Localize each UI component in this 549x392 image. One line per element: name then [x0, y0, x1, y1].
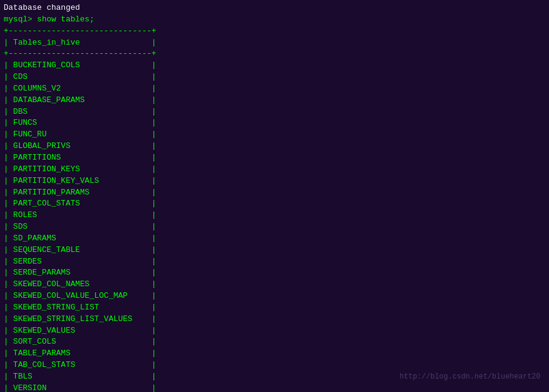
terminal-line: | DBS | [4, 106, 545, 118]
terminal-line: +------------------------------+ [4, 26, 545, 37]
terminal-line: mysql> show tables; [4, 14, 545, 26]
terminal-line: | TAB_COL_STATS | [4, 360, 545, 371]
terminal-line: | TABLE_PARAMS | [4, 348, 545, 360]
terminal-line: | SORT_COLS | [4, 336, 545, 348]
terminal-line: | FUNCS | [4, 117, 545, 129]
terminal-line: | PARTITION_KEY_VALS | [4, 176, 545, 187]
terminal-line: | CDS | [4, 72, 545, 83]
terminal-line: | PARTITIONS | [4, 152, 545, 164]
terminal-line: | SKEWED_COL_NAMES | [4, 279, 545, 290]
terminal-line: | SKEWED_COL_VALUE_LOC_MAP | [4, 290, 545, 302]
terminal-window: Database changedmysql> show tables;+----… [4, 2, 545, 390]
terminal-line: | SD_PARAMS | [4, 233, 545, 245]
terminal-line: | SDS | [4, 221, 545, 233]
terminal-line: +------------------------------+ [4, 48, 545, 60]
terminal-line: | SERDES | [4, 256, 545, 268]
terminal-line: | VERSION | [4, 383, 545, 392]
terminal-line: | SKEWED_VALUES | [4, 325, 545, 337]
terminal-line: | SKEWED_STRING_LIST | [4, 302, 545, 314]
terminal-line: | SKEWED_STRING_LIST_VALUES | [4, 314, 545, 325]
terminal-line: | PARTITION_PARAMS | [4, 187, 545, 199]
terminal-line: | PARTITION_KEYS | [4, 164, 545, 176]
watermark: http://blog.csdn.net/blueheart20 [400, 372, 540, 381]
terminal-content: Database changedmysql> show tables;+----… [4, 2, 545, 392]
terminal-line: | DATABASE_PARAMS | [4, 95, 545, 106]
terminal-line: | ROLES | [4, 210, 545, 221]
terminal-line: | COLUMNS_V2 | [4, 83, 545, 95]
terminal-line: | FUNC_RU | [4, 129, 545, 141]
terminal-line: Database changed [4, 2, 545, 14]
terminal-line: | Tables_in_hive | [4, 37, 545, 49]
terminal-line: | SEQUENCE_TABLE | [4, 245, 545, 256]
terminal-line: | GLOBAL_PRIVS | [4, 141, 545, 152]
terminal-line: | BUCKETING_COLS | [4, 60, 545, 72]
terminal-line: | PART_COL_STATS | [4, 198, 545, 210]
terminal-line: | SERDE_PARAMS | [4, 267, 545, 279]
